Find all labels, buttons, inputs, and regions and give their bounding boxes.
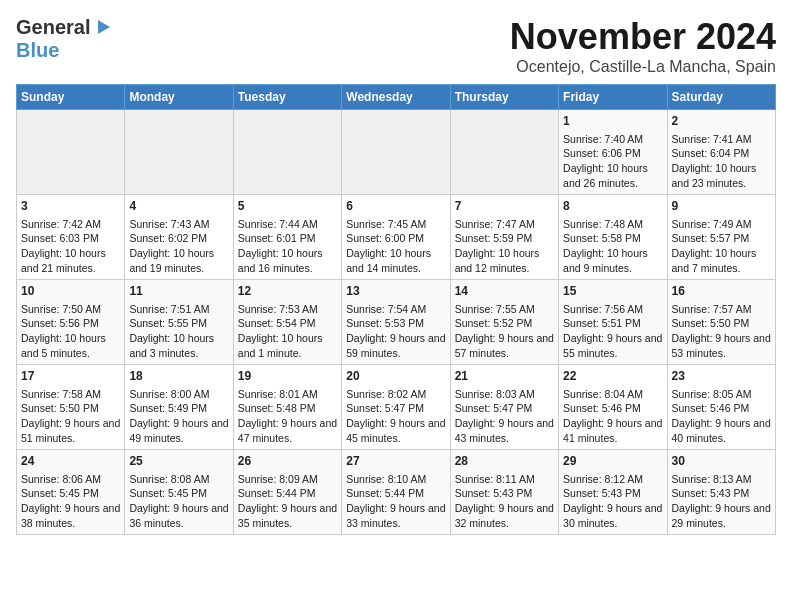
- day-number: 16: [672, 283, 771, 300]
- day-info: Daylight: 10 hours and 1 minute.: [238, 331, 337, 360]
- day-info: Sunrise: 8:10 AM: [346, 472, 445, 487]
- calendar-cell: [450, 110, 558, 195]
- day-info: Daylight: 9 hours and 40 minutes.: [672, 416, 771, 445]
- calendar-cell: 16Sunrise: 7:57 AMSunset: 5:50 PMDayligh…: [667, 280, 775, 365]
- location-title: Ocentejo, Castille-La Mancha, Spain: [510, 58, 776, 76]
- day-info: Sunrise: 7:56 AM: [563, 302, 662, 317]
- day-info: Sunrise: 7:49 AM: [672, 217, 771, 232]
- calendar-cell: 27Sunrise: 8:10 AMSunset: 5:44 PMDayligh…: [342, 450, 450, 535]
- day-info: Sunrise: 7:44 AM: [238, 217, 337, 232]
- day-info: Sunrise: 7:53 AM: [238, 302, 337, 317]
- day-info: Sunrise: 8:12 AM: [563, 472, 662, 487]
- calendar-cell: 18Sunrise: 8:00 AMSunset: 5:49 PMDayligh…: [125, 365, 233, 450]
- day-number: 14: [455, 283, 554, 300]
- calendar-cell: 13Sunrise: 7:54 AMSunset: 5:53 PMDayligh…: [342, 280, 450, 365]
- day-number: 18: [129, 368, 228, 385]
- day-info: Sunset: 6:02 PM: [129, 231, 228, 246]
- calendar-cell: [342, 110, 450, 195]
- day-info: Sunset: 5:46 PM: [563, 401, 662, 416]
- day-info: Daylight: 10 hours and 19 minutes.: [129, 246, 228, 275]
- calendar-cell: 20Sunrise: 8:02 AMSunset: 5:47 PMDayligh…: [342, 365, 450, 450]
- calendar-cell: 15Sunrise: 7:56 AMSunset: 5:51 PMDayligh…: [559, 280, 667, 365]
- day-info: Daylight: 10 hours and 3 minutes.: [129, 331, 228, 360]
- day-info: Daylight: 9 hours and 41 minutes.: [563, 416, 662, 445]
- day-info: Sunrise: 8:05 AM: [672, 387, 771, 402]
- calendar-body: 1Sunrise: 7:40 AMSunset: 6:06 PMDaylight…: [17, 110, 776, 535]
- day-number: 4: [129, 198, 228, 215]
- calendar-cell: 23Sunrise: 8:05 AMSunset: 5:46 PMDayligh…: [667, 365, 775, 450]
- day-info: Daylight: 9 hours and 59 minutes.: [346, 331, 445, 360]
- day-number: 24: [21, 453, 120, 470]
- calendar-week-row: 1Sunrise: 7:40 AMSunset: 6:06 PMDaylight…: [17, 110, 776, 195]
- day-number: 7: [455, 198, 554, 215]
- day-number: 22: [563, 368, 662, 385]
- day-info: Sunrise: 8:01 AM: [238, 387, 337, 402]
- calendar-cell: 3Sunrise: 7:42 AMSunset: 6:03 PMDaylight…: [17, 195, 125, 280]
- calendar-week-row: 24Sunrise: 8:06 AMSunset: 5:45 PMDayligh…: [17, 450, 776, 535]
- day-number: 25: [129, 453, 228, 470]
- day-header: Thursday: [450, 85, 558, 110]
- calendar-header-row: SundayMondayTuesdayWednesdayThursdayFrid…: [17, 85, 776, 110]
- day-info: Daylight: 9 hours and 49 minutes.: [129, 416, 228, 445]
- day-number: 28: [455, 453, 554, 470]
- day-info: Daylight: 9 hours and 57 minutes.: [455, 331, 554, 360]
- day-number: 27: [346, 453, 445, 470]
- day-info: Sunset: 6:01 PM: [238, 231, 337, 246]
- logo: General Blue: [16, 16, 114, 62]
- day-number: 30: [672, 453, 771, 470]
- day-info: Daylight: 10 hours and 26 minutes.: [563, 161, 662, 190]
- day-info: Daylight: 10 hours and 12 minutes.: [455, 246, 554, 275]
- calendar-cell: 25Sunrise: 8:08 AMSunset: 5:45 PMDayligh…: [125, 450, 233, 535]
- day-info: Sunset: 5:54 PM: [238, 316, 337, 331]
- day-header: Monday: [125, 85, 233, 110]
- calendar-week-row: 17Sunrise: 7:58 AMSunset: 5:50 PMDayligh…: [17, 365, 776, 450]
- calendar-week-row: 10Sunrise: 7:50 AMSunset: 5:56 PMDayligh…: [17, 280, 776, 365]
- day-info: Sunset: 5:46 PM: [672, 401, 771, 416]
- day-info: Daylight: 9 hours and 43 minutes.: [455, 416, 554, 445]
- logo-general-text: General: [16, 16, 90, 39]
- calendar-cell: 30Sunrise: 8:13 AMSunset: 5:43 PMDayligh…: [667, 450, 775, 535]
- day-info: Daylight: 10 hours and 16 minutes.: [238, 246, 337, 275]
- day-info: Sunrise: 7:47 AM: [455, 217, 554, 232]
- day-number: 1: [563, 113, 662, 130]
- day-info: Sunrise: 8:00 AM: [129, 387, 228, 402]
- calendar-cell: 14Sunrise: 7:55 AMSunset: 5:52 PMDayligh…: [450, 280, 558, 365]
- day-number: 19: [238, 368, 337, 385]
- day-number: 6: [346, 198, 445, 215]
- day-number: 15: [563, 283, 662, 300]
- day-info: Sunset: 5:59 PM: [455, 231, 554, 246]
- day-info: Daylight: 9 hours and 36 minutes.: [129, 501, 228, 530]
- day-info: Daylight: 10 hours and 21 minutes.: [21, 246, 120, 275]
- day-info: Sunrise: 8:09 AM: [238, 472, 337, 487]
- day-info: Sunrise: 8:02 AM: [346, 387, 445, 402]
- title-area: November 2024 Ocentejo, Castille-La Manc…: [510, 16, 776, 76]
- day-info: Daylight: 9 hours and 47 minutes.: [238, 416, 337, 445]
- calendar-cell: 22Sunrise: 8:04 AMSunset: 5:46 PMDayligh…: [559, 365, 667, 450]
- day-info: Sunrise: 8:06 AM: [21, 472, 120, 487]
- calendar-cell: 11Sunrise: 7:51 AMSunset: 5:55 PMDayligh…: [125, 280, 233, 365]
- day-info: Sunset: 5:48 PM: [238, 401, 337, 416]
- day-info: Daylight: 9 hours and 33 minutes.: [346, 501, 445, 530]
- day-info: Sunset: 5:43 PM: [563, 486, 662, 501]
- day-info: Sunrise: 7:55 AM: [455, 302, 554, 317]
- calendar-cell: 7Sunrise: 7:47 AMSunset: 5:59 PMDaylight…: [450, 195, 558, 280]
- calendar-table: SundayMondayTuesdayWednesdayThursdayFrid…: [16, 84, 776, 535]
- day-info: Sunset: 5:44 PM: [238, 486, 337, 501]
- day-header: Wednesday: [342, 85, 450, 110]
- day-info: Sunrise: 8:08 AM: [129, 472, 228, 487]
- day-info: Sunrise: 7:58 AM: [21, 387, 120, 402]
- day-info: Sunset: 5:49 PM: [129, 401, 228, 416]
- calendar-cell: 29Sunrise: 8:12 AMSunset: 5:43 PMDayligh…: [559, 450, 667, 535]
- day-info: Sunset: 5:43 PM: [672, 486, 771, 501]
- calendar-cell: 26Sunrise: 8:09 AMSunset: 5:44 PMDayligh…: [233, 450, 341, 535]
- day-info: Sunset: 5:43 PM: [455, 486, 554, 501]
- day-number: 5: [238, 198, 337, 215]
- calendar-cell: 2Sunrise: 7:41 AMSunset: 6:04 PMDaylight…: [667, 110, 775, 195]
- calendar-cell: 28Sunrise: 8:11 AMSunset: 5:43 PMDayligh…: [450, 450, 558, 535]
- day-info: Daylight: 9 hours and 35 minutes.: [238, 501, 337, 530]
- day-info: Sunset: 5:55 PM: [129, 316, 228, 331]
- day-info: Sunrise: 7:43 AM: [129, 217, 228, 232]
- day-info: Daylight: 10 hours and 9 minutes.: [563, 246, 662, 275]
- day-info: Daylight: 10 hours and 5 minutes.: [21, 331, 120, 360]
- calendar-cell: 19Sunrise: 8:01 AMSunset: 5:48 PMDayligh…: [233, 365, 341, 450]
